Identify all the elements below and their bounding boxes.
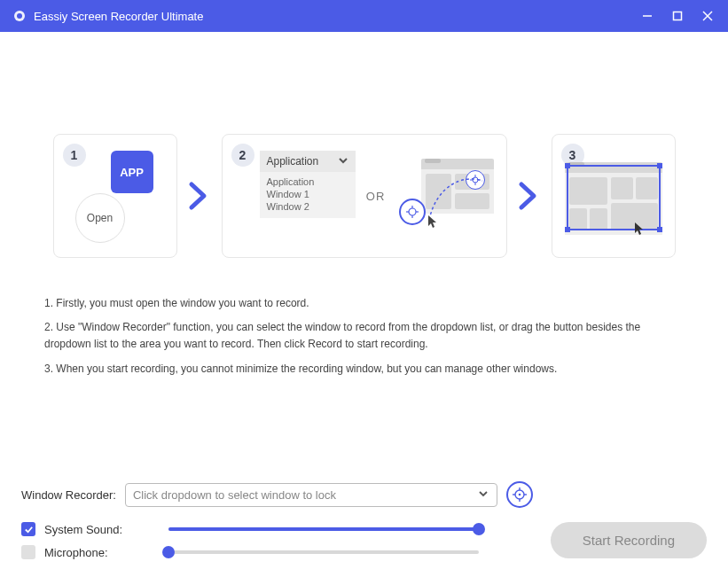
crosshair-icon xyxy=(405,205,419,219)
system-sound-checkbox[interactable] xyxy=(21,522,35,536)
or-label: OR xyxy=(366,190,386,203)
microphone-label: Microphone: xyxy=(44,546,160,559)
steps-illustration: 1 APP Open 2 Application Application Win… xyxy=(44,134,684,258)
step-2-badge: 2 xyxy=(231,144,254,167)
lock-target-button[interactable] xyxy=(506,481,533,508)
chevron-down-icon xyxy=(338,155,348,168)
dropdown-list-header: Application xyxy=(267,175,348,188)
step-2-card: 2 Application Application Window 1 Windo… xyxy=(222,134,507,258)
microphone-slider[interactable] xyxy=(168,545,479,559)
crosshair-icon xyxy=(512,487,528,503)
system-sound-slider[interactable] xyxy=(168,522,479,536)
dropdown-title: Application xyxy=(267,155,319,168)
instruction-line: 3. When you start recording, you cannot … xyxy=(44,361,684,378)
close-button[interactable] xyxy=(700,8,716,24)
svg-point-21 xyxy=(519,494,521,496)
app-tile-icon: APP xyxy=(111,151,153,193)
window-select-dropdown[interactable]: Click dropdown to select window to lock xyxy=(125,483,497,507)
system-sound-label: System Sound: xyxy=(44,523,160,536)
svg-rect-3 xyxy=(674,12,682,20)
step-3-card: 3 xyxy=(552,134,676,258)
bottom-panel: Window Recorder: Click dropdown to selec… xyxy=(0,466,728,577)
instruction-line: 2. Use "Window Recorder" function, you c… xyxy=(44,319,684,353)
microphone-checkbox[interactable] xyxy=(21,545,35,559)
app-title: Eassiy Screen Recorder Ultimate xyxy=(34,10,203,23)
cursor-icon xyxy=(634,222,646,236)
dropdown-placeholder: Click dropdown to select window to lock xyxy=(133,488,336,502)
arrow-right-icon xyxy=(516,181,543,211)
drag-target-illustration xyxy=(395,151,493,227)
selection-illustration xyxy=(565,156,662,232)
window-recorder-label: Window Recorder: xyxy=(21,488,116,502)
app-window: Eassiy Screen Recorder Ultimate 1 APP Op… xyxy=(0,0,728,577)
maximize-button[interactable] xyxy=(669,8,685,24)
svg-point-6 xyxy=(473,177,478,183)
start-recording-button[interactable]: Start Recording xyxy=(551,522,707,558)
chevron-down-icon xyxy=(477,488,489,502)
minimize-button[interactable] xyxy=(639,8,655,24)
dropdown-option: Window 1 xyxy=(267,188,348,200)
dropdown-option: Window 2 xyxy=(267,200,348,213)
cursor-icon xyxy=(427,214,440,229)
crosshair-icon xyxy=(470,175,481,185)
svg-point-11 xyxy=(409,208,416,215)
arrow-right-icon xyxy=(186,181,213,211)
app-logo-icon xyxy=(12,9,27,23)
titlebar: Eassiy Screen Recorder Ultimate xyxy=(0,0,728,32)
step-1-badge: 1 xyxy=(63,144,86,167)
instruction-line: 1. Firstly, you must open the window you… xyxy=(44,295,684,312)
step-1-card: 1 APP Open xyxy=(53,134,177,258)
svg-point-1 xyxy=(17,13,22,19)
dropdown-illustration: Application Application Window 1 Window … xyxy=(260,151,356,218)
open-illustration-label: Open xyxy=(75,193,125,243)
instructions-text: 1. Firstly, you must open the window you… xyxy=(44,295,684,385)
